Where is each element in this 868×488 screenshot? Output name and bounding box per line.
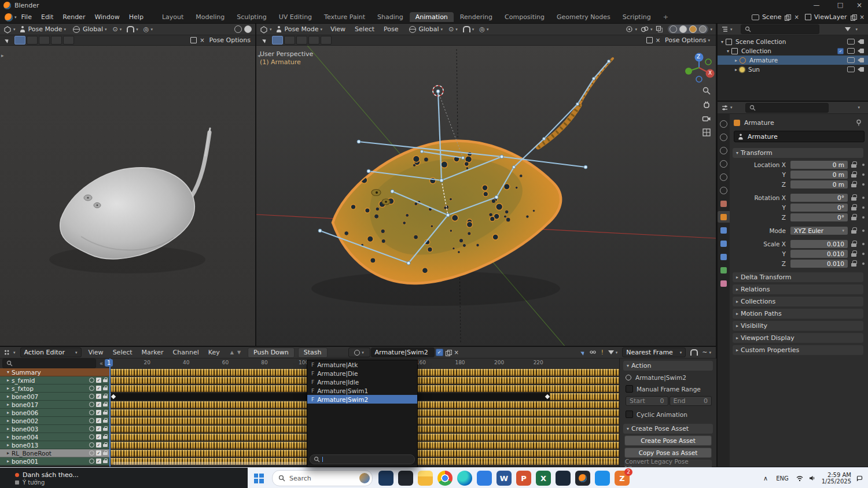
taskbar-app-messenger[interactable] xyxy=(595,471,610,486)
enable-checkbox[interactable]: ✓ xyxy=(96,410,101,415)
enable-checkbox[interactable]: ✓ xyxy=(96,459,101,464)
camera-view-icon[interactable] xyxy=(702,114,711,123)
transform-field-scale-x[interactable]: 0.010 xyxy=(790,240,848,248)
enable-checkbox[interactable]: ✓ xyxy=(96,394,101,399)
properties-tab-world[interactable] xyxy=(718,184,730,196)
lock-icon[interactable] xyxy=(103,410,108,415)
transform-field-y[interactable]: 0 m xyxy=(790,171,848,179)
hide-viewport-icon[interactable] xyxy=(847,66,855,72)
lock-icon[interactable] xyxy=(103,378,108,383)
tool-tweak[interactable] xyxy=(272,36,283,45)
action-option-armature-swim2[interactable]: FArmature|Swim2 xyxy=(307,395,417,404)
pose-asset-panel-header[interactable]: ▾Create Pose Asset xyxy=(623,424,713,434)
panel-collections[interactable]: ▸Collections xyxy=(733,297,863,306)
keyframe-diamond[interactable] xyxy=(111,394,116,399)
overlays-icon[interactable] xyxy=(641,25,649,33)
menu-help[interactable]: Help xyxy=(124,13,148,21)
outliner-row-armature[interactable]: ▸Armature xyxy=(718,56,868,65)
proportional-edit-icon[interactable]: ◎ xyxy=(144,25,149,33)
tool-options-icon[interactable] xyxy=(646,37,653,43)
expand-icon[interactable]: ▸ xyxy=(735,67,737,72)
expand-icon[interactable]: ▸ xyxy=(7,410,9,415)
menu-file[interactable]: File xyxy=(17,13,36,21)
animate-decorator[interactable] xyxy=(862,253,865,255)
copy-pose-asset-button[interactable]: Copy Pose as Asset xyxy=(624,448,712,458)
tool-select-circle[interactable] xyxy=(296,36,307,45)
lock-icon[interactable] xyxy=(850,227,858,235)
start-frame-field[interactable]: Start 0 xyxy=(626,396,668,406)
object-name-field[interactable]: Armature xyxy=(734,131,865,142)
taskbar-app-blender[interactable] xyxy=(575,471,590,486)
lock-icon[interactable] xyxy=(850,180,858,188)
expand-icon[interactable]: ▾ xyxy=(727,49,729,54)
channel-rl-boneroot[interactable]: ▸RL_BoneRoot✓ xyxy=(0,449,110,457)
gizmo-z-label[interactable]: Z xyxy=(697,54,700,60)
pin-icon[interactable] xyxy=(89,450,94,456)
channel-bone001[interactable]: ▸bone001✓ xyxy=(0,457,110,465)
wifi-icon[interactable] xyxy=(796,475,804,482)
animate-decorator[interactable] xyxy=(862,216,865,219)
shading-solid-icon[interactable] xyxy=(234,25,242,33)
workspace-tab-scripting[interactable]: Scripting xyxy=(617,12,657,22)
start-button[interactable] xyxy=(251,471,266,486)
channel-search-input[interactable] xyxy=(2,358,96,368)
editor-type-icon[interactable] xyxy=(721,25,729,33)
pin-icon[interactable] xyxy=(89,386,94,391)
workspace-tab-compositing[interactable]: Compositing xyxy=(499,12,550,22)
animate-decorator[interactable] xyxy=(862,173,865,176)
properties-tab-physics[interactable] xyxy=(718,224,730,236)
expand-icon[interactable]: ▸ xyxy=(7,402,9,407)
animate-decorator[interactable] xyxy=(862,197,865,199)
hide-viewport-icon[interactable] xyxy=(847,57,855,63)
taskbar-app-chrome[interactable] xyxy=(437,471,453,486)
tool-close-icon[interactable]: × xyxy=(200,37,204,43)
lock-icon[interactable] xyxy=(103,386,108,391)
end-frame-field[interactable]: End 0 xyxy=(670,396,712,406)
expand-icon[interactable]: ▸ xyxy=(7,434,9,439)
enable-checkbox[interactable]: ✓ xyxy=(96,386,101,391)
lock-icon[interactable] xyxy=(850,213,858,221)
playhead-line[interactable] xyxy=(109,358,111,467)
lock-icon[interactable] xyxy=(850,250,858,258)
expand-icon[interactable]: ▸ xyxy=(7,394,9,399)
taskbar-app-excel[interactable]: X xyxy=(536,471,551,486)
workspace-tab-geometry-nodes[interactable]: Geometry Nodes xyxy=(551,12,616,22)
menu-render[interactable]: Render xyxy=(58,13,90,21)
properties-tab-view-layer[interactable] xyxy=(718,158,730,169)
snap-toggle-icon[interactable] xyxy=(690,349,698,356)
stash-button[interactable]: Stash xyxy=(298,347,328,358)
tool-options-icon[interactable] xyxy=(190,37,197,43)
lock-icon[interactable] xyxy=(103,434,108,439)
maximize-button[interactable]: □ xyxy=(832,1,849,9)
pin-icon[interactable] xyxy=(89,402,94,407)
dopesheet-menu-select[interactable]: Select xyxy=(108,349,137,356)
transform-field-rotation-x[interactable]: 0° xyxy=(790,194,848,202)
dropdown-search-input[interactable] xyxy=(310,454,415,464)
dopesheet-menu-view[interactable]: View xyxy=(84,349,108,356)
properties-tab-texture[interactable] xyxy=(718,278,730,289)
layer-prev-icon[interactable]: ▲ xyxy=(230,350,234,355)
editor-type-icon[interactable] xyxy=(721,104,729,112)
panel-delta-transform[interactable]: ▸Delta Transform xyxy=(733,272,863,282)
channel-s-fxmid[interactable]: ▸s_fxmid✓ xyxy=(0,376,110,385)
hide-viewport-icon[interactable] xyxy=(847,48,855,54)
expand-icon[interactable]: ▾ xyxy=(721,39,723,45)
add-workspace-tab[interactable]: + xyxy=(657,12,674,22)
snap-mode-select[interactable]: Nearest Frame▾ xyxy=(622,347,686,357)
expand-icon[interactable]: ▸ xyxy=(7,426,9,431)
lock-icon[interactable] xyxy=(850,161,858,169)
animate-decorator[interactable] xyxy=(862,230,865,232)
expand-icon[interactable]: ▾ xyxy=(7,369,9,375)
dopesheet-menu-key[interactable]: Key xyxy=(204,349,225,356)
push-down-button[interactable]: Push Down xyxy=(248,347,295,358)
toolbar-expand-icon[interactable]: ▸ xyxy=(1,53,4,58)
action-name-field[interactable]: Armature|Swim2 xyxy=(371,347,435,357)
panel-viewport-display[interactable]: ▸Viewport Display xyxy=(733,333,863,343)
snap-magnet-icon[interactable] xyxy=(463,26,470,32)
pin-icon[interactable] xyxy=(89,418,94,423)
expand-icon[interactable]: ▸ xyxy=(7,450,9,456)
clock[interactable]: 2:59 AM 1/25/2025 xyxy=(822,472,851,485)
outliner-row-scene-collection[interactable]: ▾Scene Collection xyxy=(718,37,868,46)
enable-checkbox[interactable]: ✓ xyxy=(96,450,101,456)
properties-tab-object-data[interactable] xyxy=(718,264,730,276)
